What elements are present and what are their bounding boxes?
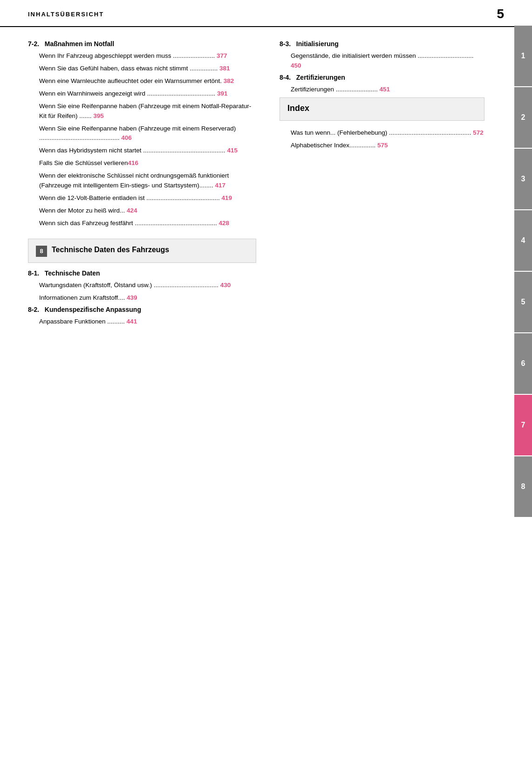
page-header: INHALTSÜBERSICHT 5 <box>0 0 532 27</box>
toc-entry-441: Anpassbare Funktionen .......... 441 <box>28 317 256 327</box>
toc-entry-428: Wenn sich das Fahrzeug festfährt .......… <box>28 219 256 228</box>
side-tab-5[interactable]: 5 <box>514 272 532 332</box>
side-tab-6[interactable]: 6 <box>514 333 532 394</box>
side-tab-2[interactable]: 2 <box>514 87 532 148</box>
right-column: 8-3. Initialisierung Gegenstände, die in… <box>270 38 484 330</box>
section-8-4-heading: 8-4. Zertifizierungen <box>280 74 484 81</box>
toc-entry-382: Wenn eine Warnleuchte aufleuchtet oder e… <box>28 76 256 86</box>
index-box: Index <box>280 97 484 121</box>
toc-entry-572: Was tun wenn... (Fehlerbehebung) .......… <box>280 128 484 138</box>
section-7-2-heading: 7-2. Maßnahmen im Notfall <box>28 40 256 48</box>
section-8-2-heading: 8-2. Kundenspezifische Anpassung <box>28 306 256 313</box>
toc-entry-381: Wenn Sie das Gefühl haben, dass etwas ni… <box>28 64 256 74</box>
header-page-number: 5 <box>497 7 504 21</box>
toc-entry-406: Wenn Sie eine Reifenpanne haben (Fahrzeu… <box>28 124 256 144</box>
side-tab-8[interactable]: 8 <box>514 456 532 517</box>
side-tabs: 1 2 3 4 5 6 7 8 <box>514 26 532 518</box>
side-tab-7[interactable]: 7 <box>514 395 532 455</box>
toc-entry-575: Alphabetischer Index............... 575 <box>280 141 484 151</box>
toc-entry-439: Informationen zum Kraftstoff.... 439 <box>28 293 256 303</box>
side-tab-4[interactable]: 4 <box>514 210 532 271</box>
toc-entry-395: Wenn Sie eine Reifenpanne haben (Fahrzeu… <box>28 102 256 121</box>
toc-entry-430: Wartungsdaten (Kraftstoff, Ölstand usw.)… <box>28 281 256 290</box>
chapter-8-box: 8 Technische Daten des Fahrzeugs <box>28 239 256 263</box>
section-8-3-heading: 8-3. Initialisierung <box>280 40 484 48</box>
side-tab-3[interactable]: 3 <box>514 149 532 209</box>
toc-entry-450: Gegenstände, die initialisiert werden mü… <box>280 51 484 71</box>
toc-entry-417: Wenn der elektronische Schlüssel nicht o… <box>28 171 256 191</box>
toc-entry-415: Wenn das Hybridsystem nicht startet ....… <box>28 146 256 156</box>
toc-entry-377: Wenn Ihr Fahrzeug abgeschleppt werden mu… <box>28 51 256 61</box>
header-title: INHALTSÜBERSICHT <box>28 11 104 18</box>
toc-entry-424: Wenn der Motor zu heiß wird... 424 <box>28 206 256 216</box>
chapter-8-title: Technische Daten des Fahrzeugs <box>52 245 169 255</box>
main-content: 7-2. Maßnahmen im Notfall Wenn Ihr Fahrz… <box>0 27 532 341</box>
left-column: 7-2. Maßnahmen im Notfall Wenn Ihr Fahrz… <box>28 38 270 330</box>
section-8-1-heading: 8-1. Technische Daten <box>28 269 256 277</box>
toc-entry-419: Wenn die 12-Volt-Batterie entladen ist .… <box>28 193 256 203</box>
index-box-title: Index <box>287 103 309 113</box>
chapter-8-number: 8 <box>36 246 47 257</box>
toc-entry-391: Wenn ein Warnhinweis angezeigt wird ....… <box>28 89 256 99</box>
toc-entry-416: Falls Sie die Schlüssel verlieren416 <box>28 158 256 168</box>
side-tab-1[interactable]: 1 <box>514 26 532 86</box>
toc-entry-451: Zertifizierungen .......................… <box>280 85 484 95</box>
page-container: INHALTSÜBERSICHT 5 1 2 3 4 5 6 7 8 7-2. … <box>0 0 532 771</box>
